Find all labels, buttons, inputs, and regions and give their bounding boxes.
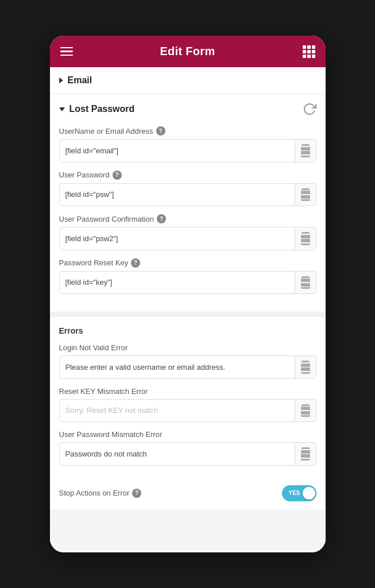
user-password-db-icon: [301, 188, 310, 202]
refresh-icon[interactable]: [303, 102, 316, 116]
password-reset-key-db-button[interactable]: [295, 272, 316, 294]
user-password-input-row: [59, 183, 316, 207]
user-password-help-icon[interactable]: ?: [113, 171, 122, 180]
username-db-button[interactable]: [295, 140, 316, 162]
content-area: Email Lost Password: [50, 67, 326, 552]
login-not-valid-db-icon: [301, 361, 310, 374]
username-help-icon[interactable]: ?: [156, 126, 165, 136]
user-password-mismatch-input-row: [59, 442, 316, 466]
user-password-confirm-input-row: [59, 227, 316, 250]
user-password-confirm-help-icon[interactable]: ?: [157, 214, 166, 223]
user-password-input[interactable]: [60, 185, 295, 204]
header-title: Edit Form: [160, 45, 215, 58]
reset-key-mismatch-db-icon: [301, 404, 310, 417]
login-not-valid-label: Login Not Valid Error: [59, 343, 316, 352]
login-not-valid-input[interactable]: [60, 358, 295, 377]
password-reset-key-input-row: [59, 271, 316, 295]
login-not-valid-db-button[interactable]: [295, 356, 316, 378]
errors-section-title: Errors: [59, 326, 316, 335]
lost-password-section-header[interactable]: Lost Password: [50, 94, 326, 124]
user-password-mismatch-input[interactable]: [60, 444, 295, 463]
grid-icon[interactable]: [303, 45, 315, 58]
lost-password-chevron-down-icon: [59, 107, 65, 111]
user-password-field-label: User Password ?: [59, 171, 316, 180]
password-reset-key-db-icon: [301, 276, 310, 289]
email-section-title: Email: [68, 75, 92, 86]
username-input-row: [59, 139, 316, 163]
hamburger-icon[interactable]: [60, 47, 73, 56]
password-reset-key-field-group: Password Reset Key ?: [59, 258, 316, 295]
user-password-mismatch-db-icon: [301, 447, 310, 461]
lost-password-section-left: Lost Password: [59, 104, 135, 114]
user-password-confirm-input[interactable]: [60, 229, 295, 248]
stop-actions-toggle[interactable]: YES: [282, 485, 316, 501]
phone-frame: Edit Form Email Lost Password: [50, 36, 326, 552]
password-reset-key-help-icon[interactable]: ?: [131, 258, 140, 268]
email-section: Email: [50, 67, 326, 94]
stop-actions-label-row: Stop Actions on Error ?: [59, 489, 142, 498]
errors-section: Errors Login Not Valid Error: [50, 317, 326, 477]
toggle-knob: [303, 487, 315, 500]
lost-password-section: Lost Password UserName or Email Address …: [50, 94, 326, 311]
lost-password-section-title: Lost Password: [69, 104, 135, 114]
stop-actions-row: Stop Actions on Error ? YES: [50, 477, 326, 509]
reset-key-mismatch-input-row: [59, 399, 316, 423]
user-password-mismatch-field-group: User Password Mismatch Error: [59, 430, 316, 466]
user-password-field-group: User Password ?: [59, 171, 316, 207]
user-password-confirm-db-icon: [301, 232, 310, 245]
stop-actions-help-icon[interactable]: ?: [132, 489, 141, 498]
username-db-icon: [301, 144, 310, 157]
password-reset-key-input[interactable]: [60, 273, 295, 292]
password-reset-key-field-label: Password Reset Key ?: [59, 258, 316, 268]
email-section-left: Email: [59, 75, 92, 86]
reset-key-mismatch-db-button[interactable]: [295, 400, 316, 422]
reset-key-mismatch-input[interactable]: [60, 401, 295, 420]
stop-actions-label: Stop Actions on Error: [59, 489, 130, 497]
user-password-confirm-field-group: User Password Confirmation ?: [59, 214, 316, 250]
email-section-header[interactable]: Email: [50, 67, 326, 94]
username-field-group: UserName or Email Address ?: [59, 126, 316, 163]
login-not-valid-input-row: [59, 355, 316, 379]
toggle-yes-label: YES: [283, 490, 303, 496]
username-field-label: UserName or Email Address ?: [59, 126, 316, 136]
form-body: UserName or Email Address ?: [50, 124, 326, 311]
app-header: Edit Form: [50, 36, 326, 67]
reset-key-mismatch-field-group: Reset KEY Mismatch Error: [59, 387, 316, 423]
username-input[interactable]: [60, 141, 295, 160]
user-password-db-button[interactable]: [295, 184, 316, 206]
reset-key-mismatch-label: Reset KEY Mismatch Error: [59, 387, 316, 396]
user-password-confirm-db-button[interactable]: [295, 227, 316, 250]
login-not-valid-field-group: Login Not Valid Error: [59, 343, 316, 379]
user-password-mismatch-label: User Password Mismatch Error: [59, 430, 316, 439]
errors-divider: [50, 312, 326, 317]
user-password-confirm-field-label: User Password Confirmation ?: [59, 214, 316, 223]
user-password-mismatch-db-button[interactable]: [295, 443, 316, 465]
email-chevron-right-icon: [59, 78, 63, 83]
